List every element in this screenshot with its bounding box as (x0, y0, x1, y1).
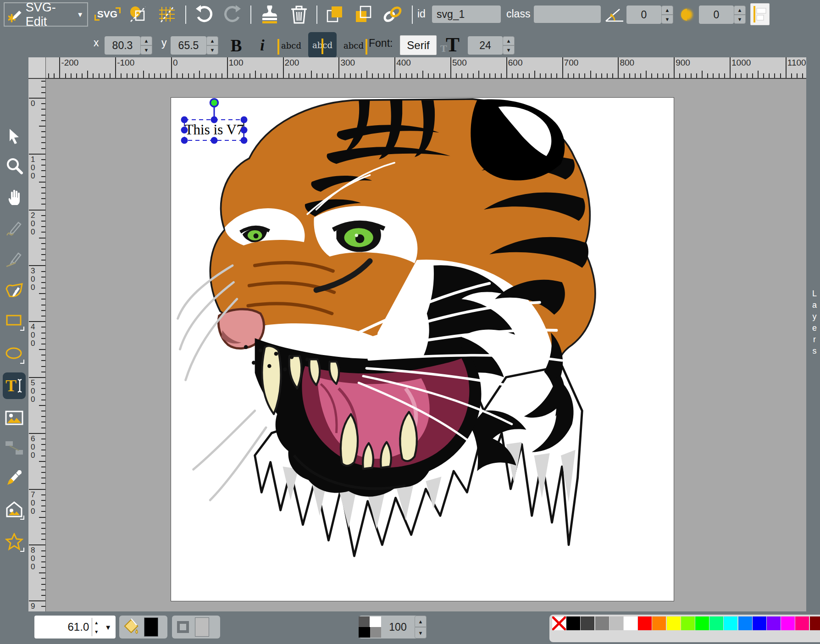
spin-up-icon[interactable]: ▲ (92, 618, 100, 627)
pan-tool[interactable] (3, 186, 25, 208)
select-tool[interactable] (3, 125, 25, 147)
palette-swatch-00ff7f[interactable] (709, 616, 723, 630)
blur-spinner[interactable]: ▲ ▼ (734, 6, 746, 24)
ruler-tick (741, 73, 742, 78)
palette-swatch-007fff[interactable] (738, 616, 752, 630)
ruler-label: 900 (676, 58, 690, 68)
spin-down-icon[interactable]: ▼ (206, 45, 218, 55)
class-input[interactable] (534, 6, 601, 23)
wireframe-mode-button[interactable] (125, 4, 151, 25)
pencil-tool[interactable] (3, 217, 25, 239)
redo-button[interactable] (220, 3, 245, 26)
spin-down-icon[interactable]: ▼ (661, 15, 673, 24)
clone-button[interactable] (257, 3, 283, 26)
palette-swatch-bfbfbf[interactable] (609, 616, 623, 630)
move-to-top-button[interactable] (323, 3, 347, 26)
stroke-color-group[interactable] (172, 616, 220, 638)
palette-swatch-ff007f[interactable] (795, 616, 809, 630)
palette-swatch-00ff00[interactable] (695, 616, 709, 630)
palette-swatch-7f0000[interactable] (810, 616, 820, 630)
y-spinner[interactable]: ▲ ▼ (206, 36, 218, 55)
x-spinner[interactable]: ▲ ▼ (140, 36, 152, 55)
font-size-spinner[interactable]: ▲ ▼ (503, 36, 515, 55)
path-tool[interactable] (3, 279, 25, 301)
delete-button[interactable] (286, 3, 312, 26)
spin-up-icon[interactable]: ▲ (734, 6, 746, 15)
x-input[interactable]: 80.3 (105, 36, 140, 55)
shape-library-tool[interactable] (3, 499, 25, 521)
angle-input[interactable]: 0 (626, 6, 661, 24)
palette-swatch-3f3f3f[interactable] (581, 616, 594, 630)
main-menu-button[interactable]: SVG-Edit ▼ (4, 2, 88, 27)
text-anchor-middle-button[interactable]: abcd (308, 32, 337, 58)
text-tool[interactable]: T (3, 372, 26, 399)
ruler-tick (222, 73, 222, 78)
ruler-tick (534, 71, 535, 78)
ruler-tick (607, 73, 608, 78)
palette-swatch-ff0000[interactable] (638, 616, 652, 630)
eyedropper-tool[interactable] (3, 467, 25, 489)
svg-source-button[interactable]: SVG (94, 4, 121, 25)
palette-swatch-7f7f7f[interactable] (595, 616, 609, 630)
y-input[interactable]: 65.5 (171, 36, 206, 55)
zoom-spinner[interactable]: ▲ ▼ (92, 618, 100, 636)
spin-up-icon[interactable]: ▲ (140, 36, 152, 45)
id-input[interactable]: svg_1 (432, 6, 501, 23)
palette-swatch-7f00ff[interactable] (767, 616, 781, 630)
snap-grid-button[interactable] (155, 4, 180, 25)
text-anchor-start-button[interactable]: abcd (278, 35, 305, 56)
image-tool[interactable] (3, 407, 25, 429)
angle-spinner[interactable]: ▲ ▼ (661, 6, 673, 24)
zoom-tool[interactable] (3, 155, 25, 177)
ruler-tick (651, 73, 652, 78)
make-link-button[interactable] (380, 3, 405, 26)
layers-panel-tab[interactable]: Layers (806, 57, 820, 611)
ruler-tick (41, 193, 45, 194)
spin-up-icon[interactable]: ▲ (206, 36, 218, 45)
zoom-widget[interactable]: 61.0 ▲ ▼ ▼ (34, 616, 116, 638)
svg-canvas[interactable]: This is V7 (171, 98, 674, 601)
blur-input[interactable]: 0 (699, 6, 734, 24)
star-tool[interactable] (3, 531, 25, 553)
text-anchor-end-button[interactable]: abcd (340, 35, 367, 56)
line-tool[interactable] (3, 248, 25, 270)
palette-swatch-ff7f00[interactable] (652, 616, 666, 630)
fill-color-group[interactable] (119, 616, 167, 638)
move-to-bottom-button[interactable] (351, 3, 375, 26)
opacity-group[interactable]: 100 ▲ ▼ (359, 616, 427, 638)
italic-button[interactable]: i (253, 35, 271, 56)
ruler-tick (41, 81, 45, 82)
stamp-icon (260, 4, 279, 24)
spin-up-icon[interactable]: ▲ (661, 6, 673, 15)
font-family-button[interactable]: Serif (400, 35, 437, 55)
stroke-color-swatch[interactable] (195, 617, 209, 637)
spin-up-icon[interactable]: ▲ (503, 36, 515, 45)
palette-swatch-ffffff[interactable] (624, 616, 637, 630)
palette-swatch-ff00ff[interactable] (781, 616, 795, 630)
connector-tool[interactable] (3, 437, 25, 459)
spin-down-icon[interactable]: ▼ (734, 15, 746, 24)
palette-swatch-none[interactable] (552, 616, 566, 630)
horizontal-ruler: -200-10001002003004005006007008009001000… (46, 57, 806, 79)
palette-swatch-000000[interactable] (566, 616, 580, 630)
spin-down-icon[interactable]: ▼ (503, 45, 515, 55)
font-size-input[interactable]: 24 (468, 36, 503, 55)
bold-button[interactable]: B (226, 35, 247, 56)
undo-button[interactable] (192, 3, 216, 26)
spin-down-icon[interactable]: ▼ (140, 45, 152, 55)
spin-down-icon[interactable]: ▼ (415, 627, 427, 638)
spin-down-icon[interactable]: ▼ (92, 627, 100, 636)
fill-color-swatch[interactable] (144, 617, 158, 637)
ellipse-tool[interactable] (3, 343, 25, 365)
zoom-dropdown-icon[interactable]: ▼ (100, 623, 116, 631)
palette-swatch-ffff00[interactable] (667, 616, 681, 630)
opacity-spinner[interactable]: ▲ ▼ (415, 616, 427, 638)
spin-up-icon[interactable]: ▲ (415, 616, 427, 627)
rectangle-tool[interactable] (3, 310, 25, 332)
ruler-tick (41, 383, 45, 383)
palette-swatch-00ffff[interactable] (724, 616, 737, 630)
align-button[interactable] (750, 3, 770, 25)
palette-swatch-7fff00[interactable] (681, 616, 695, 630)
ruler-tick (696, 73, 697, 78)
palette-swatch-0000ff[interactable] (753, 616, 766, 630)
